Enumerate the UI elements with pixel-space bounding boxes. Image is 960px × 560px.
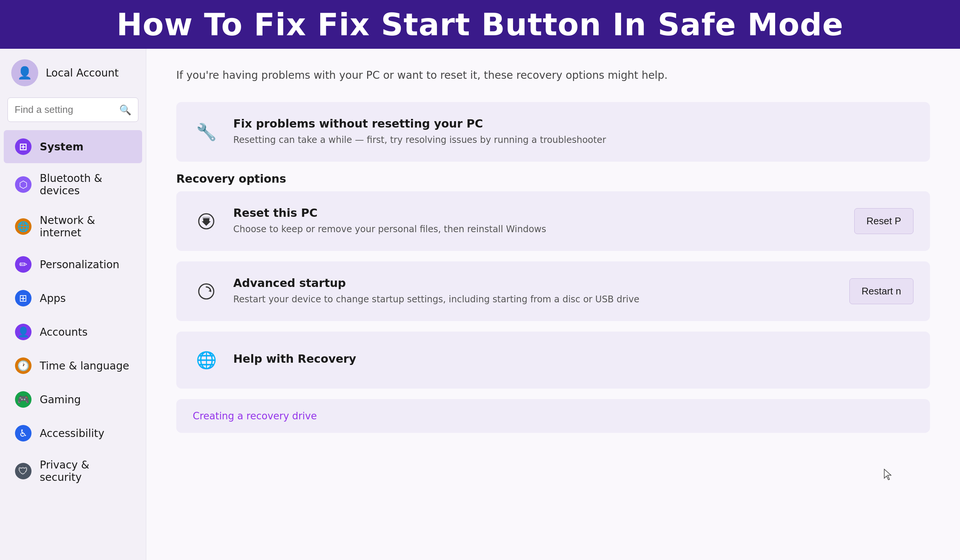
- fix-problems-title: Fix problems without resetting your PC: [233, 117, 606, 130]
- user-section: 👤 Local Account: [0, 49, 146, 94]
- fix-problems-card[interactable]: 🔧 Fix problems without resetting your PC…: [176, 102, 930, 162]
- sidebar: 👤 Local Account 🔍 ⊞ System ⬡ Bluetooth &…: [0, 49, 146, 560]
- recovery-drive-link[interactable]: Creating a recovery drive: [176, 399, 333, 433]
- advanced-startup-action: Restart n: [850, 278, 914, 304]
- reset-pc-text: Reset this PC Choose to keep or remove y…: [233, 206, 546, 236]
- sidebar-item-system[interactable]: ⊞ System: [4, 130, 142, 163]
- system-icon: ⊞: [15, 138, 32, 155]
- intro-text: If you're having problems with your PC o…: [176, 67, 930, 83]
- privacy-icon: 🛡: [15, 463, 32, 479]
- sidebar-nav: ⊞ System ⬡ Bluetooth & devices 🌐 Network…: [0, 130, 146, 493]
- svg-marker-3: [208, 289, 211, 291]
- advanced-startup-text: Advanced startup Restart your device to …: [233, 277, 639, 306]
- sidebar-item-label: Bluetooth & devices: [40, 172, 131, 197]
- sidebar-item-label: Time & language: [40, 360, 130, 372]
- bluetooth-icon: ⬡: [15, 176, 32, 193]
- personalization-icon: ✏: [15, 256, 32, 273]
- fix-problems-text: Fix problems without resetting your PC R…: [233, 117, 606, 147]
- fix-problems-description: Resetting can take a while — first, try …: [233, 133, 606, 147]
- sidebar-item-time[interactable]: 🕐 Time & language: [4, 349, 142, 382]
- help-recovery-title: Help with Recovery: [233, 352, 356, 365]
- advanced-startup-card: Advanced startup Restart your device to …: [176, 261, 930, 321]
- help-recovery-text: Help with Recovery: [233, 352, 356, 368]
- gaming-icon: 🎮: [15, 391, 32, 408]
- advanced-startup-description: Restart your device to change startup se…: [233, 293, 639, 306]
- top-banner: How To Fix Fix Start Button In Safe Mode: [0, 0, 960, 49]
- sidebar-item-bluetooth[interactable]: ⬡ Bluetooth & devices: [4, 164, 142, 205]
- reset-pc-button[interactable]: Reset P: [854, 208, 914, 234]
- network-icon: 🌐: [15, 218, 32, 235]
- reset-pc-action: Reset P: [854, 208, 914, 234]
- sidebar-item-label: System: [40, 141, 84, 153]
- accessibility-icon: ♿: [15, 425, 32, 442]
- banner-title: How To Fix Fix Start Button In Safe Mode: [117, 7, 844, 42]
- search-box[interactable]: 🔍: [8, 98, 138, 122]
- help-recovery-icon: 🌐: [193, 347, 220, 374]
- sidebar-item-privacy[interactable]: 🛡 Privacy & security: [4, 450, 142, 492]
- main-content: If you're having problems with your PC o…: [146, 49, 960, 560]
- time-icon: 🕐: [15, 357, 32, 374]
- reset-pc-card: Reset this PC Choose to keep or remove y…: [176, 191, 930, 251]
- sidebar-item-apps[interactable]: ⊞ Apps: [4, 282, 142, 315]
- svg-rect-1: [203, 217, 210, 220]
- sidebar-item-gaming[interactable]: 🎮 Gaming: [4, 383, 142, 416]
- advanced-startup-icon: [193, 278, 220, 305]
- help-recovery-card[interactable]: 🌐 Help with Recovery: [176, 331, 930, 389]
- sidebar-item-accounts[interactable]: 👤 Accounts: [4, 315, 142, 349]
- sidebar-item-personalization[interactable]: ✏ Personalization: [4, 248, 142, 281]
- recovery-drive-card: Creating a recovery drive: [176, 399, 930, 433]
- sidebar-item-label: Network & internet: [40, 214, 131, 239]
- sidebar-item-label: Apps: [40, 292, 66, 304]
- sidebar-item-label: Accounts: [40, 326, 88, 338]
- recovery-section-title: Recovery options: [176, 172, 930, 185]
- svg-point-2: [199, 284, 214, 299]
- reset-pc-icon: [193, 208, 220, 235]
- sidebar-item-label: Privacy & security: [40, 459, 131, 483]
- sidebar-item-network[interactable]: 🌐 Network & internet: [4, 206, 142, 247]
- search-input[interactable]: [14, 104, 114, 115]
- sidebar-item-label: Personalization: [40, 258, 119, 271]
- sidebar-item-label: Accessibility: [40, 427, 104, 440]
- sidebar-item-label: Gaming: [40, 394, 81, 406]
- accounts-icon: 👤: [15, 324, 32, 340]
- advanced-startup-title: Advanced startup: [233, 277, 639, 290]
- restart-now-button[interactable]: Restart n: [850, 278, 914, 304]
- user-name: Local Account: [46, 67, 119, 79]
- apps-icon: ⊞: [15, 290, 32, 306]
- reset-pc-title: Reset this PC: [233, 206, 546, 219]
- search-icon: 🔍: [119, 104, 131, 115]
- avatar: 👤: [11, 59, 38, 86]
- reset-pc-description: Choose to keep or remove your personal f…: [233, 222, 546, 236]
- fix-problems-icon: 🔧: [193, 118, 220, 146]
- sidebar-item-accessibility[interactable]: ♿ Accessibility: [4, 417, 142, 450]
